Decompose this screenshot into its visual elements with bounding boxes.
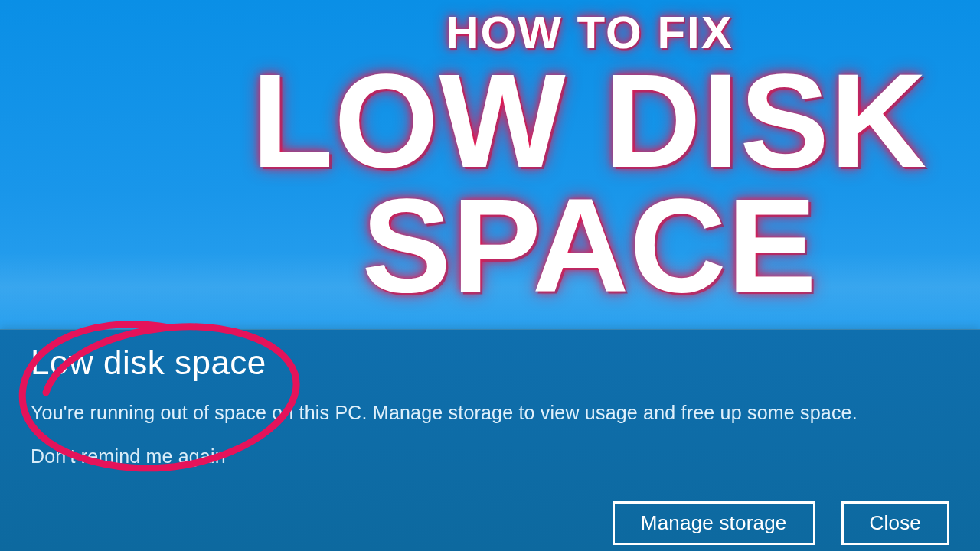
close-button[interactable]: Close: [841, 501, 949, 545]
headline-block: HOW TO FIX LOW DISK SPACE: [214, 6, 965, 308]
manage-storage-button[interactable]: Manage storage: [612, 501, 815, 545]
notification-button-row: Manage storage Close: [612, 501, 949, 545]
low-disk-space-notification: Low disk space You're running out of spa…: [0, 329, 980, 551]
dont-remind-link[interactable]: Don't remind me again: [31, 445, 226, 467]
headline-line-1: LOW DISK: [214, 59, 965, 184]
thumbnail-stage: HOW TO FIX LOW DISK SPACE Low disk space…: [0, 0, 980, 551]
headline-line-2: SPACE: [214, 184, 965, 308]
notification-title: Low disk space: [31, 344, 949, 382]
notification-body: You're running out of space on this PC. …: [31, 402, 949, 424]
